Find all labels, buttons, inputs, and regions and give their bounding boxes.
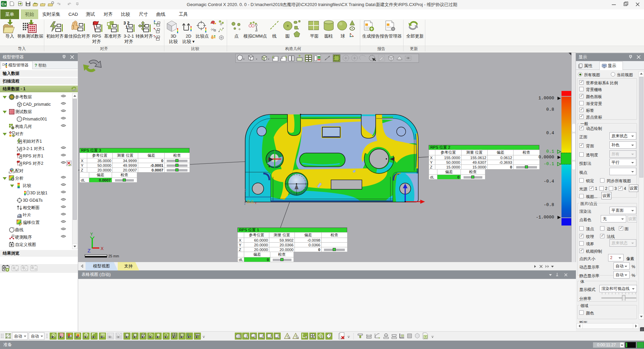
svg-text:测试数据: 测试数据: [15, 109, 32, 114]
svg-text:2: 2: [18, 148, 19, 150]
svg-text:Prismatic001: Prismatic001: [23, 117, 47, 121]
svg-text:z: z: [244, 202, 246, 205]
svg-text:3-2-1 对齐1: 3-2-1 对齐1: [23, 146, 45, 151]
svg-text:分析: 分析: [15, 176, 24, 181]
svg-text:自动: 自动: [14, 334, 22, 339]
svg-text:自定义视图: 自定义视图: [15, 242, 36, 247]
svg-text:自动: 自动: [31, 334, 39, 339]
svg-text:叶片: 叶片: [23, 213, 31, 217]
svg-text:初始对齐1: 初始对齐1: [23, 139, 42, 144]
svg-text:Z: Z: [88, 248, 91, 253]
svg-text:曲线: 曲线: [15, 228, 23, 232]
svg-text:X: X: [101, 246, 104, 251]
svg-text:原点: 原点: [247, 200, 254, 204]
svg-text:Y: Y: [90, 232, 93, 237]
svg-text:25 mm: 25 mm: [108, 254, 119, 258]
svg-text:RPS 对齐1: RPS 对齐1: [23, 154, 43, 158]
svg-text:硬测顺序: 硬测顺序: [15, 235, 32, 240]
svg-text:3D GD&Ts: 3D GD&Ts: [23, 198, 43, 203]
svg-text:参考数据: 参考数据: [15, 95, 32, 99]
svg-text:y: y: [245, 188, 247, 192]
svg-text:比较: 比较: [23, 183, 32, 188]
svg-text:配对: 配对: [15, 168, 23, 173]
svg-text:偏移位置: 偏移位置: [23, 220, 40, 225]
svg-text:CAD_prismatic: CAD_prismatic: [23, 102, 51, 107]
svg-text:1: 1: [17, 149, 18, 152]
svg-text:对齐: 对齐: [15, 132, 24, 136]
svg-text:构造几何: 构造几何: [15, 124, 32, 129]
svg-text:相交断面: 相交断面: [23, 205, 40, 210]
svg-text:x: x: [255, 201, 257, 205]
svg-text:RPS 对齐2: RPS 对齐2: [23, 161, 43, 166]
svg-text:3D 比较1: 3D 比较1: [30, 191, 47, 195]
